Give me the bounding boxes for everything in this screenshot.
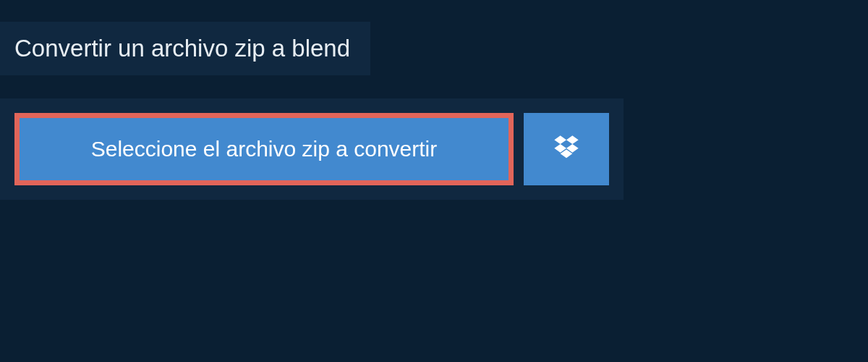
select-file-label: Seleccione el archivo zip a convertir [91,137,438,161]
upload-panel: Seleccione el archivo zip a convertir [0,98,624,200]
page-title: Convertir un archivo zip a blend [0,22,370,75]
dropbox-icon [552,133,581,165]
select-file-button[interactable]: Seleccione el archivo zip a convertir [14,113,514,185]
dropbox-button[interactable] [524,113,609,185]
